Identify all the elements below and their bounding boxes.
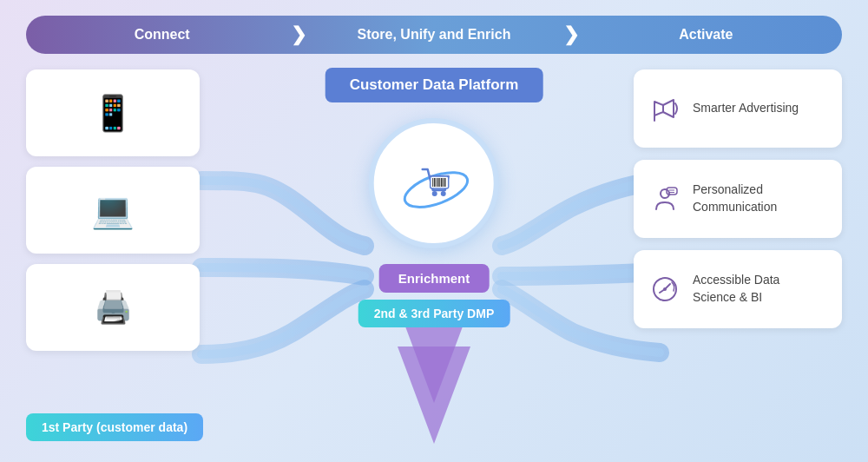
svg-point-21 [663, 287, 667, 291]
banner-label-activate: Activate [679, 27, 733, 43]
svg-point-13 [441, 191, 446, 196]
enrichment-label: Enrichment [379, 264, 490, 293]
laptop-icon: 💻 [91, 190, 135, 231]
center-circle [369, 118, 499, 248]
data-science-label: Accessible Data Science & BI [693, 272, 826, 306]
advertising-icon [649, 95, 681, 122]
banner-arrow-2: ❯ [563, 23, 579, 46]
source-card-laptop: 💻 [26, 167, 200, 254]
first-party-label: 1st Party (customer data) [26, 413, 203, 441]
source-cards-container: 📱 💻 🖨️ [26, 69, 200, 351]
data-science-icon [649, 275, 681, 303]
source-card-mobile: 📱 [26, 69, 200, 156]
pos-icon: 🖨️ [94, 289, 133, 326]
banner-arrow-1: ❯ [291, 23, 306, 46]
source-card-pos: 🖨️ [26, 264, 200, 351]
center-column: Customer Data Platform [326, 68, 543, 327]
banner-section-store: Store, Unify and Enrich ❯ [298, 27, 569, 43]
advertising-label: Smarter Advertising [693, 100, 799, 117]
banner-label-connect: Connect [135, 27, 190, 43]
communication-icon [649, 185, 681, 213]
output-card-data-science: Accessible Data Science & BI [634, 250, 842, 328]
output-cards-container: Smarter Advertising Personalized Communi… [634, 69, 842, 328]
output-card-communication: Personalized Communication [634, 160, 842, 238]
communication-label: Personalized Communication [693, 182, 826, 215]
banner-section-connect: Connect ❯ [26, 27, 298, 43]
banner-section-activate: Activate [570, 27, 842, 43]
cdp-label: Customer Data Platform [326, 68, 543, 102]
svg-point-12 [432, 191, 437, 196]
banner-label-store: Store, Unify and Enrich [358, 27, 511, 43]
top-banner: Connect ❯ Store, Unify and Enrich ❯ Acti… [26, 16, 842, 54]
output-card-advertising: Smarter Advertising [634, 69, 842, 148]
dmp-label: 2nd & 3rd Party DMP [358, 300, 510, 327]
cart-svg-icon [395, 144, 473, 222]
svg-marker-14 [654, 102, 663, 116]
mobile-icon: 📱 [91, 93, 135, 134]
